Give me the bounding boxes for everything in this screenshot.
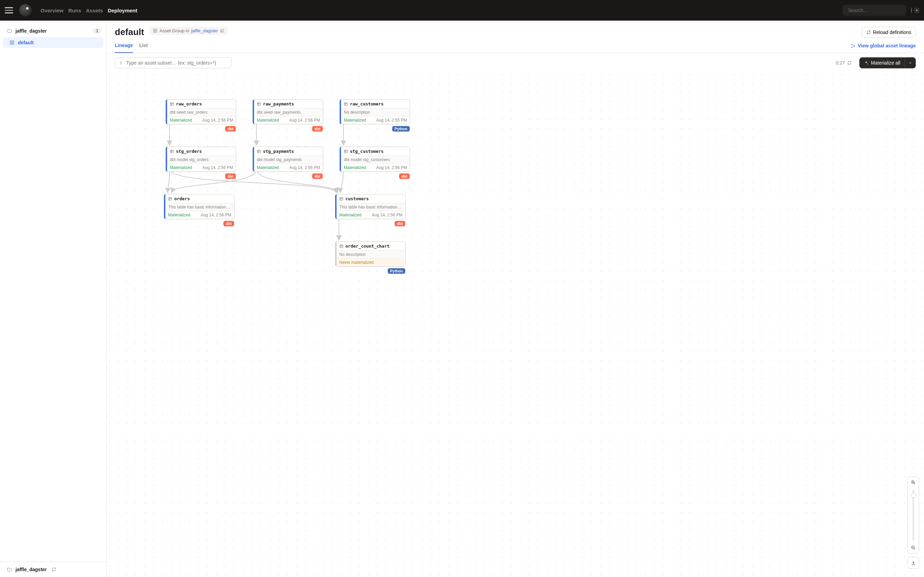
- svg-rect-15: [257, 103, 260, 105]
- reload-icon[interactable]: [52, 567, 57, 572]
- logo[interactable]: [19, 4, 32, 16]
- lineage-canvas[interactable]: raw_orders dbt seed raw_orders Materiali…: [107, 73, 924, 577]
- svg-rect-6: [12, 43, 14, 44]
- asset-filter[interactable]: [115, 57, 232, 68]
- svg-rect-7: [153, 29, 155, 31]
- chip-prefix: Asset Group in: [160, 28, 189, 33]
- open-in-new-icon[interactable]: [220, 29, 224, 33]
- svg-rect-9: [153, 31, 155, 33]
- svg-point-2: [916, 10, 918, 11]
- python-badge: Python: [388, 268, 405, 274]
- node-stg-orders[interactable]: stg_orders dbt model stg_orders Material…: [166, 147, 236, 172]
- svg-rect-19: [344, 150, 347, 153]
- node-order-count-chart[interactable]: order_count_chart No description Never m…: [335, 242, 405, 266]
- nav-overview[interactable]: Overview: [40, 8, 64, 13]
- refresh-icon[interactable]: [847, 60, 852, 65]
- zoom-slider-box: [908, 477, 919, 554]
- folder-icon: [7, 29, 12, 34]
- reload-definitions-label: Reload definitions: [873, 29, 911, 35]
- asset-filter-input[interactable]: [126, 60, 228, 66]
- node-customers[interactable]: customers This table has basic informati…: [335, 194, 405, 219]
- table-icon: [168, 197, 172, 201]
- svg-rect-5: [10, 43, 12, 44]
- node-stg-customers[interactable]: stg_customers dbt model stg_customers Ma…: [339, 147, 410, 172]
- sparkle-icon: [864, 60, 869, 65]
- reload-definitions-button[interactable]: Reload definitions: [862, 27, 916, 38]
- table-icon: [344, 150, 348, 153]
- materialize-dropdown-button[interactable]: [905, 57, 916, 68]
- svg-rect-18: [257, 150, 260, 153]
- dbt-badge: dbt: [225, 173, 236, 179]
- page-header: default Asset Group in jaffle_dagster Re…: [107, 21, 924, 38]
- asset-group-icon: [10, 40, 15, 45]
- zoom-out-button[interactable]: [908, 542, 919, 553]
- dbt-badge: dbt: [399, 173, 410, 179]
- asset-group-icon: [153, 29, 157, 33]
- zoom-controls: [908, 477, 919, 569]
- node-orders[interactable]: orders This table has basic information …: [164, 194, 234, 219]
- table-icon: [339, 197, 343, 201]
- page-title: default: [115, 27, 144, 37]
- top-nav: Overview Runs Assets Deployment /: [0, 0, 924, 21]
- sidebar-item-default[interactable]: default: [3, 37, 103, 48]
- timer-value: 0:27: [836, 60, 845, 66]
- materialize-label: Materialize all: [871, 60, 900, 66]
- svg-rect-8: [156, 29, 157, 31]
- svg-rect-16: [344, 103, 347, 105]
- node-raw-orders[interactable]: raw_orders dbt seed raw_orders Materiali…: [166, 99, 236, 124]
- chevron-down-icon: [908, 61, 912, 64]
- sidebar-item-label: default: [18, 40, 34, 45]
- svg-rect-10: [156, 31, 157, 33]
- asset-group-chip: Asset Group in jaffle_dagster: [150, 27, 228, 35]
- filter-icon: [119, 60, 123, 65]
- search-input[interactable]: [848, 8, 908, 13]
- chip-link[interactable]: jaffle_dagster: [191, 28, 218, 33]
- sidebar-group-label: jaffle_dagster: [16, 28, 47, 34]
- canvas-toolbar: 0:27 Materialize all: [107, 53, 924, 73]
- table-icon: [344, 102, 348, 106]
- svg-rect-14: [171, 103, 174, 105]
- dbt-badge: dbt: [395, 221, 405, 226]
- materialize-all-button[interactable]: Materialize all: [859, 57, 905, 68]
- nav-runs[interactable]: Runs: [68, 8, 81, 13]
- main: default Asset Group in jaffle_dagster Re…: [107, 21, 924, 577]
- svg-rect-17: [171, 150, 174, 153]
- zoom-slider[interactable]: [912, 489, 914, 541]
- dbt-badge: dbt: [225, 126, 236, 132]
- search-box[interactable]: /: [843, 5, 906, 16]
- svg-rect-22: [340, 245, 343, 248]
- settings-icon[interactable]: [914, 7, 920, 13]
- tabs: Lineage List View global asset lineage: [107, 38, 924, 53]
- zoom-thumb[interactable]: [911, 493, 916, 498]
- zoom-in-button[interactable]: [908, 477, 919, 488]
- materialize-button-group: Materialize all: [859, 57, 916, 68]
- sidebar: jaffle_dagster 1 default jaffle_dagster: [0, 21, 107, 577]
- node-raw-payments[interactable]: raw_payments dbt seed raw_payments Mater…: [253, 99, 323, 124]
- global-lineage-link[interactable]: View global asset lineage: [850, 43, 916, 53]
- node-raw-customers[interactable]: raw_customers No description Materialize…: [339, 99, 410, 124]
- table-icon: [257, 150, 261, 153]
- nav-deployment[interactable]: Deployment: [108, 8, 137, 13]
- sidebar-footer-label: jaffle_dagster: [16, 567, 47, 572]
- sidebar-footer[interactable]: jaffle_dagster: [0, 562, 106, 577]
- search-kbd: /: [911, 7, 912, 13]
- download-button[interactable]: [908, 557, 919, 569]
- svg-rect-20: [169, 198, 172, 200]
- svg-point-11: [851, 44, 852, 45]
- node-stg-payments[interactable]: stg_payments dbt model stg_payments Mate…: [253, 147, 323, 172]
- global-lineage-label: View global asset lineage: [858, 43, 916, 48]
- table-icon: [257, 102, 261, 106]
- graph-icon: [850, 43, 856, 48]
- python-badge: Python: [392, 126, 410, 132]
- nav-assets[interactable]: Assets: [86, 8, 103, 13]
- folder-icon: [7, 567, 12, 572]
- sidebar-group-jaffle-dagster[interactable]: jaffle_dagster 1: [0, 26, 106, 36]
- nav-links: Overview Runs Assets Deployment: [40, 8, 137, 13]
- refresh-timer: 0:27: [836, 60, 852, 66]
- menu-icon[interactable]: [4, 5, 14, 15]
- tab-lineage[interactable]: Lineage: [115, 43, 133, 53]
- svg-rect-3: [10, 41, 12, 42]
- sidebar-group-count: 1: [93, 28, 102, 34]
- tab-list[interactable]: List: [139, 43, 148, 53]
- svg-rect-4: [12, 41, 14, 42]
